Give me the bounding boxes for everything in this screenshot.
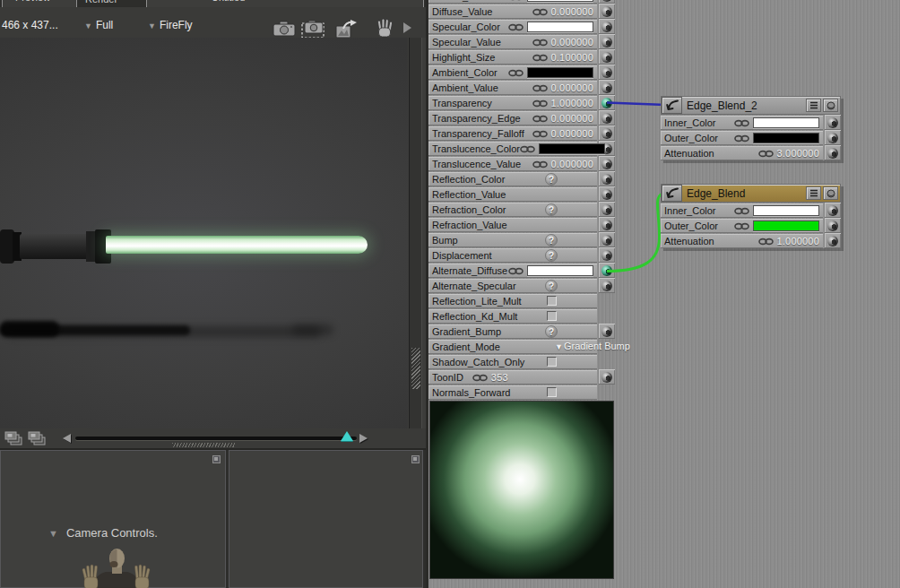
shader-node-edge-blend-2[interactable]: Edge_Blend_2 Inner_ColorOuter_ColorAtten… (661, 96, 841, 160)
socket-button[interactable] (825, 145, 841, 160)
frames-stack-icon[interactable] (4, 431, 23, 449)
param-value[interactable]: 0.000000 (551, 113, 593, 124)
param-row-bar[interactable]: Displacement? (428, 248, 597, 263)
shader-node-edge-blend[interactable]: Edge_Blend Inner_ColorOuter_ColorAttenua… (661, 184, 841, 248)
param-value[interactable]: 0.000000 (551, 37, 593, 48)
param-row-bar[interactable]: ToonID353 (428, 370, 597, 385)
param-row-bar[interactable]: Inner_Color (661, 116, 823, 130)
socket-button[interactable] (825, 218, 841, 233)
socket-button[interactable] (599, 156, 615, 171)
scrubber-thumb[interactable] (341, 431, 353, 441)
param-value[interactable]: 1.000000 (777, 236, 819, 246)
param-row-bar[interactable]: Highlight_Size0.100000 (428, 50, 597, 65)
param-row-bar[interactable]: Specular_Value0.000000 (428, 35, 597, 49)
socket-button[interactable] (599, 232, 615, 247)
param-row-bar[interactable]: Shadow_Catch_Only (428, 355, 597, 369)
param-row-bar[interactable]: Gradient_Bump? (428, 324, 597, 339)
socket-button[interactable] (599, 171, 615, 186)
socket-button[interactable] (599, 95, 615, 110)
param-row-bar[interactable]: Normals_Forward (428, 385, 597, 400)
checkbox[interactable] (547, 296, 557, 306)
param-row-bar[interactable]: Outer_Color (661, 219, 823, 233)
param-row-bar[interactable]: Transparency1.000000 (428, 96, 597, 110)
display-mode-dropdown[interactable]: ▼Full (84, 19, 113, 31)
param-value[interactable]: 353 (491, 372, 508, 383)
socket-button[interactable] (825, 115, 841, 130)
socket-button[interactable] (599, 247, 615, 263)
param-value[interactable]: 0.000000 (551, 128, 593, 139)
param-row-bar[interactable]: Refraction_Value (428, 218, 597, 232)
socket-button[interactable] (599, 4, 615, 19)
socket-button[interactable] (599, 110, 615, 125)
checkbox[interactable] (547, 311, 557, 321)
param-row-bar[interactable]: Reflection_Value (428, 187, 597, 202)
color-swatch[interactable] (527, 67, 593, 78)
color-swatch[interactable] (753, 220, 819, 231)
node-header[interactable]: Edge_Blend_2 (661, 96, 841, 115)
scrubber-track[interactable] (75, 437, 357, 440)
preview-viewport[interactable] (0, 38, 408, 428)
tab-preview[interactable]: Preview (2, 0, 77, 7)
param-row-bar[interactable]: Attenuation1.000000 (661, 234, 823, 248)
param-value[interactable]: 3.000000 (777, 148, 819, 159)
socket-button[interactable] (599, 19, 615, 34)
socket-button[interactable] (599, 34, 615, 49)
node-plug-icon[interactable] (662, 97, 682, 114)
socket-button[interactable] (599, 324, 615, 339)
panel-menu-icon[interactable] (411, 455, 420, 463)
question-icon[interactable]: ? (545, 234, 558, 246)
question-icon[interactable]: ? (545, 173, 558, 186)
param-row-bar[interactable]: Bump? (428, 233, 597, 247)
question-icon[interactable]: ? (545, 280, 558, 292)
vertical-divider[interactable] (409, 38, 422, 428)
socket-button[interactable] (599, 263, 615, 278)
socket-button[interactable] (599, 278, 615, 293)
color-swatch[interactable] (527, 265, 593, 276)
node-preview-toggle-icon[interactable] (823, 186, 838, 200)
divider-grip[interactable] (411, 348, 420, 389)
param-row-bar[interactable]: Diffuse_Color (428, 0, 597, 4)
tab-render[interactable]: Render (85, 0, 117, 4)
step-forward-button[interactable] (359, 434, 368, 443)
param-row-bar[interactable]: Alternate_Diffuse (428, 264, 597, 278)
param-row-bar[interactable]: Attenuation3.000000 (661, 146, 823, 160)
question-icon[interactable]: ? (545, 203, 558, 216)
frames-stack-icon[interactable] (27, 431, 47, 449)
checkbox[interactable] (547, 357, 557, 367)
param-row-bar[interactable]: Reflection_Color? (428, 172, 597, 186)
node-header[interactable]: Edge_Blend (661, 184, 841, 203)
node-collapse-icon[interactable] (806, 99, 821, 112)
socket-button[interactable] (825, 130, 841, 145)
param-value[interactable]: 1.000000 (551, 98, 593, 108)
socket-button[interactable] (825, 203, 841, 218)
divider-grip[interactable] (172, 443, 235, 447)
dropdown[interactable]: ▼Gradient Bump (555, 341, 630, 351)
socket-button[interactable] (599, 80, 615, 95)
expand-arrow-icon[interactable] (403, 21, 411, 37)
param-row-bar[interactable]: Alternate_Specular? (428, 279, 597, 293)
color-swatch[interactable] (753, 133, 819, 143)
param-value[interactable]: 0.000000 (551, 6, 593, 17)
param-value[interactable]: 0.000000 (551, 82, 593, 93)
param-row-bar[interactable]: Transparency_Falloff0.000000 (428, 126, 597, 141)
param-row-bar[interactable]: Reflection_Lite_Mult (428, 294, 597, 308)
param-row-bar[interactable]: Ambient_Color (428, 65, 597, 80)
param-row-bar[interactable]: Refraction_Color? (428, 203, 597, 217)
color-swatch[interactable] (753, 117, 819, 128)
socket-button[interactable] (599, 65, 615, 80)
panel-menu-icon[interactable] (212, 455, 221, 463)
node-collapse-icon[interactable] (806, 186, 821, 200)
node-plug-icon[interactable] (662, 185, 682, 202)
question-icon[interactable]: ? (545, 249, 558, 262)
socket-button[interactable] (599, 202, 615, 217)
question-icon[interactable]: ? (545, 325, 558, 338)
param-row-bar[interactable]: Diffuse_Value0.000000 (428, 4, 597, 19)
hands-camera-icon[interactable] (78, 548, 155, 588)
color-swatch[interactable] (753, 205, 819, 216)
param-row-bar[interactable]: Translucence_Color (428, 142, 597, 156)
renderer-dropdown[interactable]: ▼FireFly (148, 19, 193, 31)
param-row-bar[interactable]: Inner_Color (661, 203, 823, 218)
color-swatch[interactable] (527, 0, 593, 2)
param-value[interactable]: 0.100000 (551, 52, 593, 63)
camera-controls-header[interactable]: ▼Camera Controls. (48, 526, 158, 540)
